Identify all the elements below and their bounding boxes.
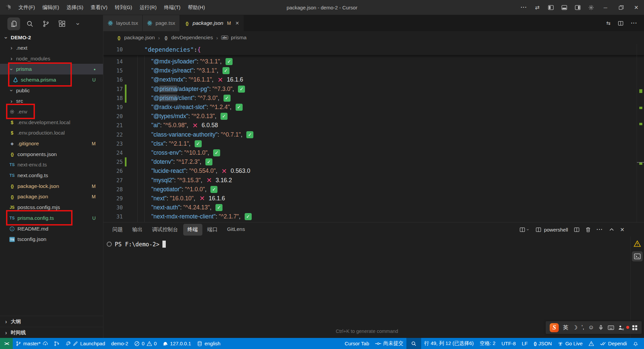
code-editor[interactable]: 10"dependencies": { 14"@mdx-js/loader": … bbox=[103, 44, 644, 222]
code-line-17[interactable]: 17"@prisma/adapter-pg": "^7.3.0",✓ bbox=[103, 85, 644, 94]
code-line-15[interactable]: 15"@mdx-js/react": "^3.1.1",✓ bbox=[103, 66, 644, 75]
person-46-icon[interactable]: 46 bbox=[618, 325, 624, 331]
tab-page.tsx[interactable]: page.tsx bbox=[143, 15, 180, 31]
status-database-connection[interactable]: english bbox=[194, 338, 224, 349]
activity-extensions-icon[interactable] bbox=[56, 17, 68, 30]
tree-item-prisma.config.ts[interactable]: TSprisma.config.tsU bbox=[0, 213, 103, 223]
panel-tab-端口[interactable]: 端口 bbox=[203, 224, 222, 236]
menu-item[interactable]: 运行(R) bbox=[136, 4, 160, 11]
terminal-content[interactable]: PS F:\demo-2> bbox=[103, 237, 644, 248]
keyboard-icon[interactable] bbox=[608, 325, 614, 331]
code-line-28[interactable]: 28"negotiator": "^1.0.0",✓ bbox=[103, 185, 644, 194]
status-remote-indicator[interactable]: >< bbox=[0, 338, 13, 349]
sticky-scroll-line[interactable]: 10"dependencies": { bbox=[103, 44, 644, 55]
kill-terminal-icon[interactable] bbox=[585, 227, 591, 233]
status-cursor-tab[interactable]: Cursor Tab bbox=[342, 338, 372, 349]
tab-package.json[interactable]: {}package.jsonM✕ bbox=[180, 15, 244, 31]
code-line-30[interactable]: 30"next-auth": "^4.24.13",✓ bbox=[103, 203, 644, 212]
terminal-icon[interactable] bbox=[632, 251, 643, 261]
tree-item-node_modules[interactable]: ›node_modules bbox=[0, 53, 103, 64]
tree-item-next.config.ts[interactable]: TSnext.config.ts bbox=[0, 170, 103, 181]
more-actions-icon[interactable]: ··· bbox=[631, 20, 637, 26]
tree-item-src[interactable]: ›src bbox=[0, 96, 103, 106]
panel-tab-终端[interactable]: 终端 bbox=[183, 224, 202, 236]
activity-source-control-icon[interactable] bbox=[40, 17, 52, 30]
layout-switch-icon[interactable]: ⇄ bbox=[531, 0, 544, 15]
breadcrumb-item[interactable]: devDependencies bbox=[171, 35, 213, 41]
activity-chevron-down-icon[interactable]: › bbox=[72, 17, 85, 30]
restore-button[interactable] bbox=[613, 0, 629, 15]
close-button[interactable]: ✕ bbox=[629, 0, 644, 15]
status-gitlens-graph[interactable] bbox=[51, 338, 62, 349]
tree-item-prisma[interactable]: ›prisma● bbox=[0, 64, 103, 74]
menu-item[interactable]: 转到(G) bbox=[111, 4, 136, 11]
close-tab-icon[interactable]: ✕ bbox=[235, 20, 239, 26]
status-postgres-host[interactable]: 127.0.0.1 bbox=[160, 338, 194, 349]
emoji-icon[interactable]: ☺ bbox=[588, 324, 594, 331]
sidebar-section-大纲[interactable]: ›大纲 bbox=[0, 316, 103, 327]
menu-item[interactable]: 帮助(H) bbox=[184, 4, 209, 11]
tree-item-.env[interactable]: .env bbox=[0, 106, 103, 117]
status-warning-indicator[interactable] bbox=[586, 338, 597, 349]
code-line-31[interactable]: 31"next-mdx-remote-client": "^2.1.7",✓ bbox=[103, 212, 644, 221]
maximize-panel-icon[interactable] bbox=[609, 227, 614, 233]
explorer-root-folder[interactable]: › DEMO-2 bbox=[0, 33, 103, 43]
punctuation-indicator[interactable]: ’, bbox=[582, 325, 584, 331]
compare-changes-icon[interactable]: ⇆ bbox=[606, 20, 610, 26]
panel-tab-GitLens[interactable]: GitLens bbox=[223, 224, 249, 236]
terminal-launch-button[interactable]: › bbox=[519, 227, 530, 233]
code-line-29[interactable]: 29"next": "16.0.10",✕16.1.6 bbox=[103, 194, 644, 203]
status-project-name[interactable]: demo-2 bbox=[108, 338, 131, 349]
status-git-branch[interactable]: master* bbox=[13, 338, 51, 349]
panel-tab-调试控制台[interactable]: 调试控制台 bbox=[148, 224, 183, 236]
code-line-14[interactable]: 14"@mdx-js/loader": "^3.1.1",✓ bbox=[103, 57, 644, 66]
status-search-mode[interactable] bbox=[406, 338, 421, 349]
panel-left-icon[interactable] bbox=[544, 0, 557, 15]
warning-icon[interactable] bbox=[632, 239, 643, 249]
tree-item-package-lock.json[interactable]: {}package-lock.jsonM bbox=[0, 181, 103, 192]
code-line-27[interactable]: 27"mysql2": "^3.15.3",✕3.16.2 bbox=[103, 176, 644, 185]
tree-item-tsconfig.json[interactable]: TStsconfig.json bbox=[0, 234, 103, 245]
status-gitlens-launchpad[interactable]: Launchpad bbox=[62, 338, 108, 349]
moon-icon[interactable]: ☽ bbox=[572, 324, 577, 331]
settings-icon[interactable] bbox=[584, 0, 598, 15]
code-line-22[interactable]: 22"class-variance-authority": "^0.7.1",✓ bbox=[103, 130, 644, 139]
tree-item-.next[interactable]: ›.next bbox=[0, 43, 103, 53]
code-line-23[interactable]: 23"clsx": "^2.1.1",✓ bbox=[103, 139, 644, 148]
code-line-26[interactable]: 26"lucide-react": "^0.554.0",✕0.563.0 bbox=[103, 166, 644, 176]
code-line-16[interactable]: 16"@next/mdx": "^16.1.1",✕16.1.6 bbox=[103, 75, 644, 84]
split-terminal-icon[interactable] bbox=[574, 227, 580, 233]
tree-item-public[interactable]: ›public bbox=[0, 85, 103, 96]
tree-item-package.json[interactable]: {}package.jsonM bbox=[0, 192, 103, 202]
more-actions-icon[interactable]: ··· bbox=[597, 227, 603, 233]
mic-icon[interactable] bbox=[598, 325, 604, 331]
status-language-mode[interactable]: {}JSON bbox=[531, 338, 555, 349]
panel-bottom-icon[interactable] bbox=[557, 0, 571, 15]
menu-item[interactable]: 终端(T) bbox=[160, 4, 184, 11]
tree-item-schema.prisma[interactable]: schema.prismaU bbox=[0, 74, 103, 85]
menu-item[interactable]: 文件(F) bbox=[15, 4, 39, 11]
sogou-logo[interactable]: S bbox=[550, 323, 559, 332]
code-line-25[interactable]: 25"dotenv": "^17.2.3",✓ bbox=[103, 157, 644, 166]
tab-layout.tsx[interactable]: layout.tsx bbox=[103, 15, 143, 31]
status-problems[interactable]: 00 bbox=[131, 338, 160, 349]
tree-item-.env.production.local[interactable]: $.env.production.local bbox=[0, 128, 103, 139]
tree-item-postcss.config.mjs[interactable]: JSpostcss.config.mjs bbox=[0, 202, 103, 213]
code-line-24[interactable]: 24"cross-env": "^10.1.0",✓ bbox=[103, 148, 644, 157]
menu-item[interactable]: 查看(V) bbox=[87, 4, 111, 11]
tree-item-next-env.d.ts[interactable]: TSnext-env.d.ts bbox=[0, 160, 103, 170]
status-eol[interactable]: LF bbox=[519, 338, 531, 349]
breadcrumb-item[interactable]: prisma bbox=[231, 35, 247, 41]
status-dependi[interactable]: Dependi bbox=[597, 338, 630, 349]
minimize-button[interactable]: ─ bbox=[598, 0, 613, 15]
panel-right-icon[interactable] bbox=[571, 0, 584, 15]
status-encoding[interactable]: UTF-8 bbox=[498, 338, 519, 349]
sidebar-section-时间线[interactable]: ›时间线 bbox=[0, 327, 103, 338]
menu-item[interactable]: 编辑(E) bbox=[39, 4, 63, 11]
tree-item-.gitignore[interactable]: ◆.gitignoreM bbox=[0, 138, 103, 149]
grid-icon[interactable] bbox=[632, 325, 638, 331]
panel-tab-问题[interactable]: 问题 bbox=[108, 224, 127, 236]
close-panel-icon[interactable]: ✕ bbox=[620, 227, 625, 233]
overview-ruler[interactable] bbox=[637, 44, 644, 222]
code-line-18[interactable]: 18"@prisma/client": "^7.3.0",✓ bbox=[103, 94, 644, 103]
